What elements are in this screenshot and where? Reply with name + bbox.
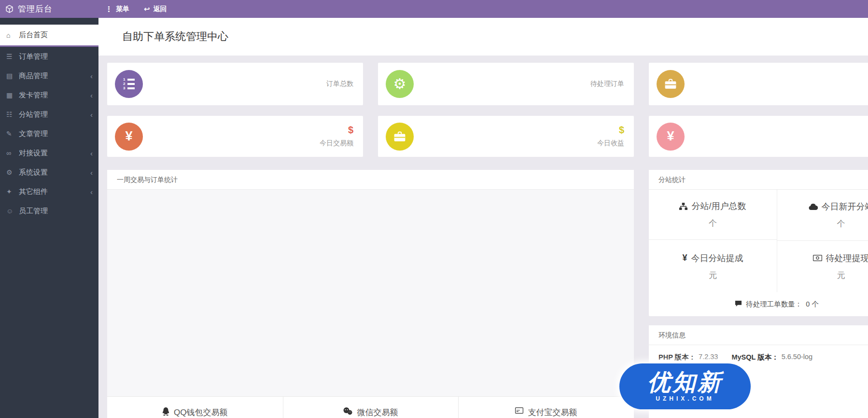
sidebar-item-components[interactable]: ✦ 其它组件 ‹ bbox=[0, 182, 98, 201]
qq-wallet-stat: QQ钱包交易额 bbox=[107, 397, 283, 418]
ordered-list-icon: 1 2 3 bbox=[115, 70, 143, 98]
pending-tickets-row: 待处理工单数量： 0 个 bbox=[649, 292, 868, 316]
user-icon: ☺ bbox=[6, 207, 19, 215]
sidebar-item-articles[interactable]: ✎ 文章管理 bbox=[0, 124, 98, 143]
stat-card-label: 待处理订单 bbox=[590, 80, 624, 88]
brand-title: 管理后台 bbox=[18, 3, 53, 14]
branch-cell-label: 待处理提现 bbox=[826, 252, 868, 264]
weekly-chart-panel: 一周交易与订单统计 QQ钱包交易额 微信交易额 bbox=[107, 170, 634, 418]
page-title: 自助下单系统管理中心 bbox=[122, 29, 228, 44]
cloud-icon bbox=[809, 204, 818, 210]
sidebar-item-label: 分站管理 bbox=[19, 110, 48, 119]
components-icon: ✦ bbox=[6, 188, 19, 195]
chevron-left-icon: ‹ bbox=[90, 149, 93, 157]
briefcase-icon bbox=[386, 123, 414, 151]
comment-icon bbox=[735, 300, 742, 308]
branch-cell-label: 分站/用户总数 bbox=[691, 200, 746, 212]
mysql-version-value: 5.6.50-log bbox=[782, 353, 813, 362]
alipay-label: 支付宝交易额 bbox=[528, 407, 577, 418]
menu-toggle-button[interactable]: ⋮ 菜单 bbox=[105, 5, 129, 14]
page-header: 自助下单系统管理中心 bbox=[98, 18, 868, 56]
stat-card-label: 今日收益 bbox=[597, 139, 624, 148]
uzhix-watermark-logo: 优知新 UZHIX.COM bbox=[619, 363, 751, 409]
pending-tickets-label: 待处理工单数量： bbox=[746, 300, 802, 309]
top-bar: 管理后台 ⋮ 菜单 ↩ 返回 bbox=[0, 0, 868, 18]
yen-icon: ¥ bbox=[682, 253, 687, 263]
stat-card-label: 订单总数 bbox=[326, 80, 353, 88]
sidebar-item-label: 后台首页 bbox=[19, 30, 48, 40]
qq-icon bbox=[162, 407, 169, 416]
branch-cell-unit: 个 bbox=[709, 218, 717, 229]
edit-icon: ✎ bbox=[6, 130, 19, 138]
gear-icon: ⚙ bbox=[6, 168, 19, 176]
yen-icon: ¥ bbox=[657, 123, 685, 151]
sidebar-item-label: 商品管理 bbox=[19, 71, 48, 81]
watermark-text: 优知新 bbox=[647, 371, 723, 394]
branch-commission-today-cell: ¥ 今日分站提成 元 bbox=[649, 241, 777, 292]
branch-cell-unit: 元 bbox=[837, 270, 845, 281]
money-bill-icon bbox=[813, 255, 822, 261]
stat-card-today-income: $ 今日收益 bbox=[378, 116, 634, 157]
goods-icon: ▤ bbox=[6, 72, 19, 80]
sidebar-item-dashboard[interactable]: ⌂ 后台首页 bbox=[0, 25, 98, 47]
sidebar-nav: ⌂ 后台首页 ☰ 订单管理 ▤ 商品管理 ‹ ▦ 发卡管理 ‹ ☷ 分站管理 ‹… bbox=[0, 18, 98, 221]
chart-plot-area bbox=[107, 190, 634, 396]
chart-panel-title: 一周交易与订单统计 bbox=[107, 170, 634, 190]
sidebar-item-goods[interactable]: ▤ 商品管理 ‹ bbox=[0, 66, 98, 85]
pending-tickets-value: 0 个 bbox=[806, 300, 819, 309]
sidebar: ⌂ 后台首页 ☰ 订单管理 ▤ 商品管理 ‹ ▦ 发卡管理 ‹ ☷ 分站管理 ‹… bbox=[0, 18, 98, 418]
back-arrow-icon: ↩ bbox=[144, 5, 150, 14]
chevron-left-icon: ‹ bbox=[90, 111, 93, 119]
sidebar-item-orders[interactable]: ☰ 订单管理 bbox=[0, 47, 98, 66]
chevron-left-icon: ‹ bbox=[90, 188, 93, 196]
sidebar-item-api-settings[interactable]: ∞ 对接设置 ‹ bbox=[0, 143, 98, 163]
chart-footer-stats: QQ钱包交易额 微信交易额 支付宝交易额 bbox=[107, 396, 634, 418]
back-label: 返回 bbox=[154, 5, 167, 14]
mysql-version-label: MySQL 版本： bbox=[731, 353, 778, 362]
sidebar-item-label: 发卡管理 bbox=[19, 91, 48, 100]
wechat-label: 微信交易额 bbox=[357, 407, 398, 418]
main-content: 1 2 3 订单总数 ⚙ 待处理订单 bbox=[98, 56, 868, 418]
sitemap-icon: ☷ bbox=[6, 111, 19, 118]
stat-card-clipped: ¥ $ bbox=[649, 116, 868, 157]
alipay-stat: 支付宝交易额 bbox=[458, 397, 634, 418]
menu-toggle-label: 菜单 bbox=[116, 5, 129, 14]
list-icon: ☰ bbox=[6, 53, 19, 60]
stat-cards-row-2: ¥ $ 今日交易额 $ 今日收益 ¥ bbox=[107, 116, 868, 157]
branch-cell-unit: 个 bbox=[837, 218, 845, 229]
sidebar-item-card-issuing[interactable]: ▦ 发卡管理 ‹ bbox=[0, 85, 98, 105]
home-icon: ⌂ bbox=[6, 31, 19, 39]
stat-cards-row-1: 1 2 3 订单总数 ⚙ 待处理订单 bbox=[107, 63, 868, 105]
pending-withdrawals-cell: 待处理提现 元 bbox=[777, 241, 868, 292]
sidebar-item-staff[interactable]: ☺ 员工管理 bbox=[0, 201, 98, 221]
wechat-stat: 微信交易额 bbox=[283, 397, 459, 418]
card-grid-icon: ▦ bbox=[6, 91, 19, 99]
menu-dots-icon: ⋮ bbox=[105, 5, 112, 14]
stat-card-pending-orders: ⚙ 待处理订单 bbox=[378, 63, 634, 105]
sidebar-item-system-settings[interactable]: ⚙ 系统设置 ‹ bbox=[0, 163, 98, 182]
environment-panel-title: 环境信息 bbox=[649, 325, 868, 345]
branch-users-total-cell: 分站/用户总数 个 bbox=[649, 190, 777, 240]
sidebar-item-branch-sites[interactable]: ☷ 分站管理 ‹ bbox=[0, 105, 98, 124]
dollar-icon: $ bbox=[348, 125, 353, 135]
branch-cell-unit: 元 bbox=[709, 270, 717, 281]
sidebar-item-label: 订单管理 bbox=[19, 52, 48, 61]
chevron-left-icon: ‹ bbox=[90, 91, 93, 99]
back-button[interactable]: ↩ 返回 bbox=[144, 5, 167, 14]
branch-cell-label: 今日分站提成 bbox=[691, 252, 743, 264]
sidebar-item-label: 员工管理 bbox=[19, 207, 48, 216]
stat-card-orders-total: 1 2 3 订单总数 bbox=[107, 63, 363, 105]
branch-stats-panel: 分站统计 分站/用户总数 个 bbox=[649, 170, 868, 316]
cube-icon bbox=[5, 5, 14, 13]
sitemap-icon bbox=[679, 203, 687, 210]
branch-panel-title: 分站统计 bbox=[649, 170, 868, 190]
link-icon: ∞ bbox=[6, 149, 19, 157]
php-version-value: 7.2.33 bbox=[699, 353, 718, 362]
card-icon bbox=[515, 407, 523, 414]
dollar-icon: $ bbox=[619, 125, 624, 135]
yen-icon: ¥ bbox=[115, 123, 143, 151]
php-mysql-version-row: PHP 版本： 7.2.33 MySQL 版本： 5.6.50-log bbox=[649, 353, 868, 362]
brand-home-link[interactable]: 管理后台 bbox=[0, 3, 98, 14]
php-version-label: PHP 版本： bbox=[658, 353, 696, 362]
sidebar-item-label: 其它组件 bbox=[19, 187, 48, 196]
